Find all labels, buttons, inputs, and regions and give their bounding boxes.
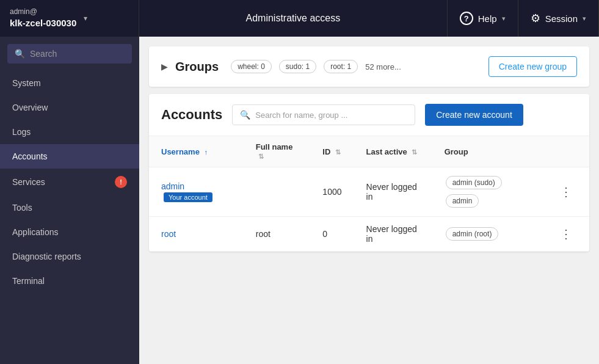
cell-menu: ⋮ (543, 167, 589, 217)
sidebar-nav: System Overview Logs Accounts Services !… (0, 71, 139, 364)
sidebar-item-label: Logs (12, 127, 31, 137)
search-input[interactable] (30, 49, 137, 59)
search-icon: 🔍 (15, 49, 25, 59)
sort-neutral-icon: ⇅ (335, 148, 341, 156)
accounts-search-input[interactable] (255, 111, 407, 120)
sidebar-item-label: System (12, 78, 41, 88)
brand-dropdown-icon[interactable]: ▾ (84, 14, 87, 23)
session-label: Session (545, 13, 578, 24)
help-button[interactable]: ? Help ▾ (448, 0, 518, 37)
sidebar-item-accounts[interactable]: Accounts (0, 144, 139, 169)
brand-username: admin@ (10, 7, 76, 17)
session-button[interactable]: ⚙ Session ▾ (518, 0, 599, 37)
group-tag: admin (root) (446, 227, 499, 241)
session-chevron-icon: ▾ (583, 15, 586, 23)
row-menu-button-admin[interactable]: ⋮ (555, 182, 577, 202)
sidebar: 🔍 System Overview Logs Accounts Services… (0, 37, 139, 364)
sidebar-item-diagnostic-reports[interactable]: Diagnostic reports (0, 244, 139, 269)
group-tag: admin (sudo) (446, 176, 502, 189)
col-group: Group (432, 136, 543, 167)
main-layout: 🔍 System Overview Logs Accounts Services… (0, 37, 599, 364)
user-link-root[interactable]: root (161, 229, 176, 239)
groups-tag-sudo: sudo: 1 (279, 60, 316, 73)
col-lastactive[interactable]: Last active ⇅ (354, 136, 432, 167)
admin-access-label: Administrative access (246, 13, 341, 24)
your-account-badge: Your account (164, 192, 212, 202)
accounts-section: Accounts 🔍 Create new account Username ↑… (149, 94, 589, 252)
sort-neutral-icon: ⇅ (412, 148, 417, 156)
content-area: ▶ Groups wheel: 0 sudo: 1 root: 1 52 mor… (139, 37, 599, 364)
groups-cell: admin (sudo) admin (445, 175, 531, 209)
sidebar-item-logs[interactable]: Logs (0, 120, 139, 144)
help-label: Help (478, 13, 497, 24)
col-username[interactable]: Username ↑ (149, 136, 244, 167)
services-badge: ! (115, 176, 127, 188)
cell-lastactive: Never logged in (354, 167, 432, 217)
sidebar-item-label: Diagnostic reports (12, 252, 81, 261)
user-link-admin[interactable]: admin (161, 181, 184, 191)
cell-username: admin Your account (149, 167, 244, 217)
cell-groups: admin (root) (432, 217, 543, 252)
sidebar-item-overview[interactable]: Overview (0, 95, 139, 120)
admin-access-section: Administrative access (139, 0, 448, 37)
accounts-search-box[interactable]: 🔍 (232, 104, 415, 125)
sidebar-item-tools[interactable]: Tools (0, 195, 139, 220)
accounts-table-header: Username ↑ Full name ⇅ ID ⇅ Last active … (149, 136, 589, 167)
accounts-table: Username ↑ Full name ⇅ ID ⇅ Last active … (149, 136, 589, 252)
sidebar-item-label: Services (12, 177, 45, 187)
gear-icon: ⚙ (531, 12, 540, 25)
groups-expand-icon[interactable]: ▶ (161, 62, 168, 71)
sidebar-search-box[interactable]: 🔍 (7, 44, 132, 64)
sort-asc-icon: ↑ (204, 148, 208, 156)
col-id[interactable]: ID ⇅ (310, 136, 354, 167)
sidebar-item-label: Terminal (12, 276, 45, 286)
sidebar-item-services[interactable]: Services ! (0, 169, 139, 195)
sidebar-item-label: Applications (12, 227, 59, 237)
groups-more-link[interactable]: 52 more... (365, 62, 401, 71)
help-chevron-icon: ▾ (502, 15, 506, 23)
top-header: admin@ klk-zcel-030030 ▾ Administrative … (0, 0, 599, 37)
group-tag: admin (446, 194, 479, 208)
table-row: root root 0 Never logged in admin (root)… (149, 217, 589, 252)
col-actions (543, 136, 589, 167)
cell-id: 0 (310, 217, 354, 252)
create-new-account-button[interactable]: Create new account (425, 104, 523, 126)
sidebar-item-label: Accounts (12, 151, 48, 161)
cell-groups: admin (sudo) admin (432, 167, 543, 217)
sidebar-item-system[interactable]: System (0, 71, 139, 95)
brand-section[interactable]: admin@ klk-zcel-030030 ▾ (0, 0, 139, 37)
header-right: ? Help ▾ ⚙ Session ▾ (448, 0, 599, 37)
sidebar-item-terminal[interactable]: Terminal (0, 269, 139, 293)
cell-id: 1000 (310, 167, 354, 217)
groups-tag-wheel: wheel: 0 (231, 60, 272, 73)
sidebar-item-label: Tools (12, 203, 32, 213)
groups-section: ▶ Groups wheel: 0 sudo: 1 root: 1 52 mor… (149, 46, 589, 87)
brand-hostname: klk-zcel-030030 (10, 17, 76, 29)
groups-cell: admin (root) (445, 226, 531, 242)
cell-username: root (149, 217, 244, 252)
accounts-title: Accounts (161, 107, 222, 123)
accounts-search-icon: 🔍 (240, 110, 250, 120)
help-circle-icon: ? (460, 12, 473, 25)
brand-text: admin@ klk-zcel-030030 (10, 7, 76, 29)
groups-title: Groups (175, 60, 219, 74)
cell-lastactive: Never logged in (354, 217, 432, 252)
sidebar-item-label: Overview (12, 103, 48, 112)
create-new-group-button[interactable]: Create new group (488, 56, 577, 77)
row-menu-button-root[interactable]: ⋮ (555, 224, 577, 244)
cell-fullname: root (244, 217, 311, 252)
accounts-header: Accounts 🔍 Create new account (149, 94, 589, 136)
cell-menu: ⋮ (543, 217, 589, 252)
sidebar-item-applications[interactable]: Applications (0, 220, 139, 244)
col-fullname[interactable]: Full name ⇅ (244, 136, 311, 167)
cell-fullname (244, 167, 311, 217)
table-row: admin Your account 1000 Never logged in … (149, 167, 589, 217)
accounts-table-body: admin Your account 1000 Never logged in … (149, 167, 589, 252)
groups-tag-root: root: 1 (324, 60, 358, 73)
sort-neutral-icon: ⇅ (258, 153, 264, 160)
